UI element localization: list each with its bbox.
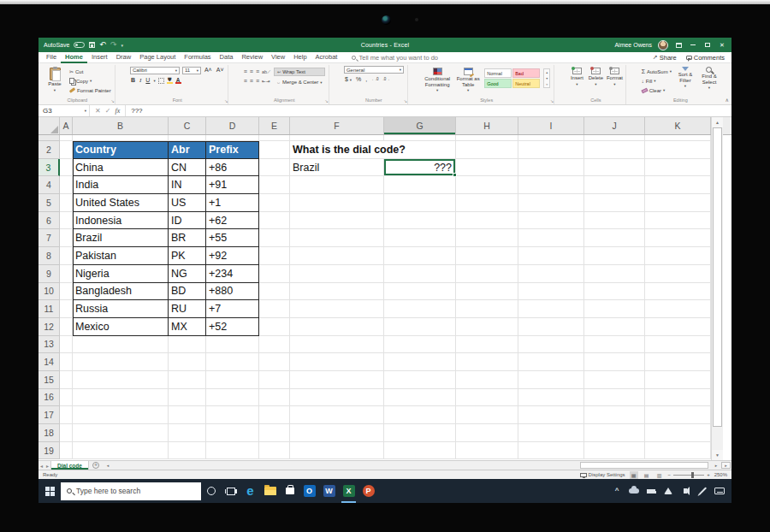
- cell-J14[interactable]: [584, 353, 645, 371]
- cell-B11[interactable]: Russia: [73, 300, 169, 318]
- format-cells-button[interactable]: Format▾: [607, 66, 622, 86]
- insert-function-icon[interactable]: fx: [115, 107, 120, 115]
- touch-keyboard-icon[interactable]: [714, 485, 725, 497]
- cell-A6[interactable]: [60, 212, 73, 230]
- horizontal-scroll-thumb[interactable]: [580, 462, 708, 469]
- cell-J9[interactable]: [584, 265, 645, 283]
- menu-tab-formulas[interactable]: Formulas: [180, 52, 215, 63]
- cell-F16[interactable]: [290, 389, 384, 407]
- column-header-D[interactable]: D: [206, 117, 259, 134]
- share-button[interactable]: ↗ Share: [653, 54, 677, 62]
- cell-E8[interactable]: [259, 247, 290, 265]
- cell-A18[interactable]: [60, 424, 73, 442]
- cell-C12[interactable]: MX: [169, 318, 206, 336]
- cell-J6[interactable]: [584, 212, 645, 230]
- cell-H7[interactable]: [456, 229, 518, 247]
- customize-qat-icon[interactable]: ▾: [121, 43, 123, 48]
- cell-I3[interactable]: [518, 159, 584, 177]
- menu-tab-file[interactable]: File: [42, 52, 61, 63]
- autosum-button[interactable]: ΣAutoSum ▾: [642, 68, 672, 75]
- cell-C3[interactable]: CN: [169, 159, 206, 177]
- cell-style-neutral[interactable]: Neutral: [512, 79, 540, 88]
- cell-style-good[interactable]: Good: [484, 79, 512, 88]
- cell-E10[interactable]: [259, 283, 290, 301]
- cell-D4[interactable]: +91: [206, 176, 259, 194]
- scroll-right-icon[interactable]: ▸: [712, 462, 720, 469]
- borders-button[interactable]: [158, 78, 164, 84]
- cell-C19[interactable]: [169, 442, 206, 460]
- cell-D14[interactable]: [206, 353, 259, 371]
- cell-G1[interactable]: [384, 135, 456, 141]
- wrap-text-button[interactable]: ↩ Wrap Text: [274, 68, 325, 76]
- taskbar-app-powerpoint[interactable]: P: [358, 479, 378, 503]
- cell-J19[interactable]: [584, 442, 645, 460]
- cell-C13[interactable]: [169, 336, 206, 354]
- cut-button[interactable]: ✂Cut: [69, 68, 111, 75]
- cell-K3[interactable]: [645, 159, 711, 177]
- cell-F5[interactable]: [290, 194, 384, 212]
- cell-D1[interactable]: [206, 135, 259, 141]
- cell-E5[interactable]: [259, 194, 290, 212]
- cell-A8[interactable]: [60, 247, 73, 265]
- fill-button[interactable]: ↓Fill ▾: [642, 77, 672, 85]
- cell-B3[interactable]: China: [73, 159, 169, 177]
- cell-A11[interactable]: [60, 300, 73, 318]
- cell-H15[interactable]: [456, 371, 518, 389]
- cell-A1[interactable]: [60, 135, 73, 141]
- cell-A19[interactable]: [60, 442, 73, 460]
- cell-C14[interactable]: [169, 353, 206, 371]
- row-header-19[interactable]: 19: [38, 442, 60, 460]
- taskbar-app-outlook[interactable]: O: [299, 479, 319, 503]
- vertical-scrollbar[interactable]: ▲ ▼: [711, 117, 723, 460]
- cell-D17[interactable]: [206, 406, 259, 424]
- row-header-9[interactable]: 9: [38, 265, 60, 283]
- zoom-out-icon[interactable]: −: [668, 472, 672, 477]
- italic-button[interactable]: I: [139, 77, 142, 84]
- cell-J3[interactable]: [584, 159, 645, 177]
- align-middle-icon[interactable]: ≡: [250, 68, 253, 75]
- cell-A3[interactable]: [60, 159, 73, 177]
- align-right-icon[interactable]: ≡: [256, 78, 259, 85]
- cell-G6[interactable]: [384, 212, 456, 230]
- cell-I5[interactable]: [518, 194, 584, 212]
- cell-H11[interactable]: [456, 300, 518, 318]
- cell-B19[interactable]: [73, 442, 169, 460]
- cell-I9[interactable]: [518, 265, 584, 283]
- cell-J8[interactable]: [584, 247, 645, 265]
- redo-icon[interactable]: ↷: [110, 42, 117, 48]
- column-header-E[interactable]: E: [259, 117, 290, 134]
- cell-E16[interactable]: [259, 389, 290, 407]
- row-header-3[interactable]: 3: [38, 159, 60, 177]
- column-header-H[interactable]: H: [456, 117, 518, 134]
- cell-D7[interactable]: +55: [206, 229, 259, 247]
- cell-B1[interactable]: [73, 135, 169, 141]
- cell-I13[interactable]: [518, 336, 584, 354]
- autosave-toggle[interactable]: [74, 42, 85, 48]
- cell-B10[interactable]: Bangladesh: [73, 283, 169, 301]
- merge-center-button[interactable]: ⇔ Merge & Center ▾: [274, 78, 325, 86]
- zoom-in-icon[interactable]: +: [707, 472, 710, 477]
- cell-J15[interactable]: [584, 371, 645, 389]
- cell-H4[interactable]: [456, 176, 518, 194]
- cell-K18[interactable]: [645, 424, 711, 442]
- tell-me-search[interactable]: Tell me what you want to do: [352, 54, 438, 62]
- cell-F4[interactable]: [290, 176, 384, 194]
- taskbar-app-task-view[interactable]: [221, 479, 240, 503]
- fill-handle[interactable]: [453, 173, 457, 177]
- cell-B12[interactable]: Mexico: [73, 318, 169, 336]
- cell-A16[interactable]: [60, 389, 73, 407]
- cell-G8[interactable]: [384, 247, 456, 265]
- cell-J12[interactable]: [584, 318, 645, 336]
- cell-E18[interactable]: [259, 424, 290, 442]
- cell-A4[interactable]: [60, 176, 73, 194]
- cell-B7[interactable]: Brazil: [73, 229, 169, 247]
- underline-button[interactable]: U: [145, 77, 151, 84]
- cell-H5[interactable]: [456, 194, 518, 212]
- row-header-15[interactable]: 15: [38, 371, 60, 389]
- dialog-launcher-icon[interactable]: ↘: [324, 98, 328, 103]
- wifi-icon[interactable]: [663, 485, 673, 497]
- sheet-tab-dial-code[interactable]: Dial code: [50, 461, 89, 470]
- taskbar-app-file-explorer[interactable]: [260, 479, 280, 503]
- cell-I2[interactable]: [518, 141, 584, 159]
- cell-D12[interactable]: +52: [206, 318, 259, 336]
